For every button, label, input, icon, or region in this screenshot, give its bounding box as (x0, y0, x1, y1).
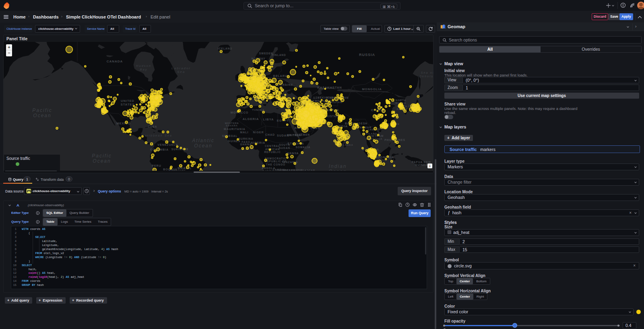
svg-text:GUINEA: GUINEA (415, 163, 427, 166)
svg-text:NIGERIA: NIGERIA (251, 141, 265, 144)
svg-text:SUDAN: SUDAN (279, 147, 290, 149)
svg-text:Indian: Indian (329, 163, 347, 169)
svg-text:Labrador: Labrador (171, 66, 191, 70)
svg-text:CENTRAL: CENTRAL (265, 145, 280, 147)
svg-text:Ocean: Ocean (93, 158, 111, 164)
svg-text:NIGER: NIGER (253, 131, 264, 134)
svg-text:FASO: FASO (242, 141, 250, 143)
svg-text:ICELAND: ICELAND (218, 47, 232, 50)
svg-text:STATES: STATES (121, 103, 134, 106)
svg-text:ERITREA: ERITREA (288, 134, 300, 137)
svg-text:SAHARA: SAHARA (226, 124, 238, 127)
svg-text:Pacific: Pacific (92, 153, 111, 159)
svg-text:REPUBLIC: REPUBLIC (264, 151, 281, 153)
svg-text:LIBYA: LIBYA (263, 118, 274, 121)
svg-text:PERU: PERU (152, 164, 161, 167)
svg-text:Ocean: Ocean (328, 169, 347, 171)
svg-text:BURKINA: BURKINA (239, 137, 254, 140)
svg-text:Bay: Bay (140, 68, 148, 71)
svg-text:VIETNAM: VIETNAM (369, 134, 384, 137)
svg-text:Ocean: Ocean (33, 113, 51, 118)
svg-text:Okhotsk: Okhotsk (419, 74, 433, 78)
svg-text:MALI: MALI (240, 131, 248, 134)
svg-text:Ocean: Ocean (194, 143, 212, 149)
svg-text:VENEZUELA: VENEZUELA (157, 143, 178, 146)
svg-text:Sea: Sea (177, 70, 185, 74)
svg-text:SWEDEN: SWEDEN (259, 52, 273, 55)
svg-text:FINLAND: FINLAND (272, 54, 286, 56)
svg-text:MONGOLIA: MONGOLIA (362, 87, 382, 91)
svg-text:TUNISIA: TUNISIA (252, 109, 265, 111)
svg-text:KENYA: KENYA (287, 152, 299, 155)
svg-text:Atlantic: Atlantic (192, 138, 214, 143)
svg-text:KAZAKHSTAN: KAZAKHSTAN (317, 86, 342, 89)
svg-text:PAPUA NEW: PAPUA NEW (412, 161, 431, 163)
svg-text:Pacific: Pacific (32, 108, 52, 113)
svg-text:Caribbean Sea: Caribbean Sea (142, 134, 172, 137)
svg-text:MADAGASCAR: MADAGASCAR (293, 169, 315, 171)
svg-text:CANADA: CANADA (107, 60, 123, 63)
svg-text:Sea of: Sea of (421, 71, 433, 74)
svg-text:NORTH: NORTH (396, 99, 406, 101)
svg-text:CUBA: CUBA (148, 125, 157, 128)
svg-text:THE CONGO: THE CONGO (266, 163, 285, 166)
svg-text:Hudson: Hudson (136, 64, 151, 68)
svg-text:SENEGAL: SENEGAL (222, 134, 237, 137)
svg-text:ALGERIA: ALGERIA (243, 117, 259, 121)
svg-text:RUSSIA: RUSSIA (359, 53, 375, 57)
svg-text:ZIMBABWE: ZIMBABWE (276, 169, 291, 171)
svg-text:MEXICO: MEXICO (116, 122, 131, 125)
svg-text:SOUTH: SOUTH (279, 143, 290, 146)
svg-text:PARAGUAY: PARAGUAY (169, 169, 186, 171)
svg-text:UNITED: UNITED (121, 99, 134, 103)
svg-text:AFRICAN: AFRICAN (265, 148, 280, 151)
svg-text:SOMALIA: SOMALIA (296, 146, 311, 149)
svg-text:INDONESIA: INDONESIA (374, 155, 394, 159)
svg-text:NAMIBIA: NAMIBIA (263, 170, 274, 171)
svg-text:DEMOCRATIC: DEMOCRATIC (265, 157, 287, 160)
svg-text:MAURITANIA: MAURITANIA (224, 128, 246, 130)
svg-text:GHANA: GHANA (240, 143, 252, 146)
svg-text:CHAD: CHAD (265, 133, 275, 136)
